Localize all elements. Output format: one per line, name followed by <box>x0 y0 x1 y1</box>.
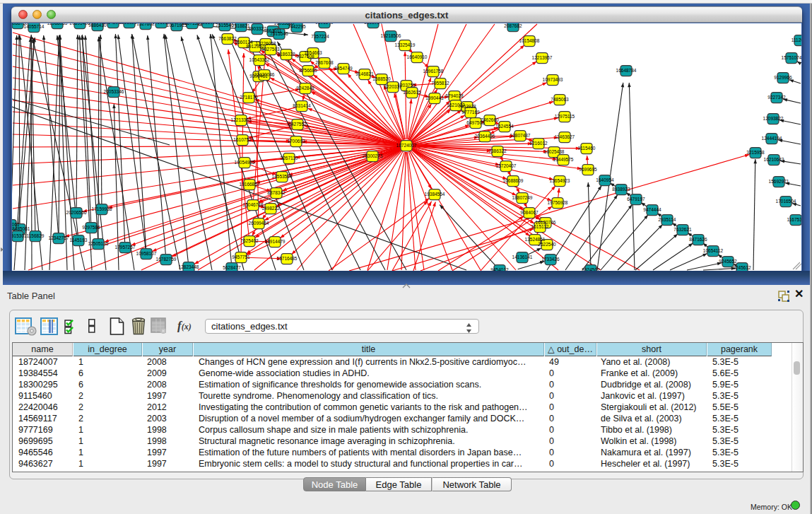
svg-text:13226058: 13226058 <box>256 41 276 46</box>
svg-text:10543362: 10543362 <box>249 57 270 62</box>
svg-text:12505135: 12505135 <box>88 241 109 246</box>
svg-text:7663822: 7663822 <box>218 36 237 41</box>
svg-text:9506549: 9506549 <box>315 23 334 25</box>
svg-text:12444194: 12444194 <box>762 136 782 141</box>
svg-text:11463627: 11463627 <box>555 134 575 139</box>
svg-text:1167534: 1167534 <box>787 217 801 222</box>
svg-text:7357224: 7357224 <box>311 34 329 39</box>
svg-text:9146821: 9146821 <box>355 71 374 76</box>
svg-text:9777169: 9777169 <box>461 110 480 115</box>
svg-text:14136141: 14136141 <box>512 255 533 259</box>
svg-text:1156829: 1156829 <box>27 233 45 238</box>
svg-text:3915301: 3915301 <box>12 233 27 238</box>
svg-text:9327503: 9327503 <box>261 47 280 52</box>
svg-text:7955812: 7955812 <box>431 81 449 86</box>
svg-text:3267110: 3267110 <box>281 156 298 160</box>
svg-text:7462660: 7462660 <box>481 117 499 122</box>
svg-text:16640910: 16640910 <box>407 54 428 59</box>
svg-text:9227342: 9227342 <box>767 95 786 100</box>
svg-text:9115460: 9115460 <box>578 146 596 151</box>
svg-text:17016504: 17016504 <box>776 199 796 204</box>
svg-text:1203755: 1203755 <box>397 83 416 88</box>
svg-text:1588520: 1588520 <box>372 76 391 81</box>
svg-text:10154808: 10154808 <box>519 38 540 43</box>
svg-text:2087682: 2087682 <box>504 23 522 28</box>
svg-text:14553594: 14553594 <box>272 174 293 179</box>
svg-text:7632621: 7632621 <box>673 227 692 232</box>
svg-text:26099484: 26099484 <box>249 221 269 226</box>
svg-text:8186328: 8186328 <box>277 52 295 57</box>
svg-text:3215958: 3215958 <box>746 150 765 155</box>
svg-text:10958107: 10958107 <box>136 251 157 256</box>
svg-text:19054985: 19054985 <box>235 160 255 165</box>
svg-text:9242848: 9242848 <box>296 86 314 90</box>
svg-text:12823448: 12823448 <box>179 264 199 269</box>
svg-text:9129966: 9129966 <box>774 75 792 80</box>
svg-text:2718170: 2718170 <box>240 95 258 100</box>
svg-text:2522540: 2522540 <box>538 242 556 247</box>
svg-text:10973493: 10973493 <box>543 77 563 82</box>
svg-text:8031414: 8031414 <box>293 103 311 108</box>
svg-text:13524851: 13524851 <box>525 237 546 242</box>
svg-text:9457751: 9457751 <box>232 255 250 259</box>
svg-text:1990443: 1990443 <box>425 95 444 100</box>
svg-text:19384554: 19384554 <box>425 192 445 197</box>
svg-text:10688609: 10688609 <box>503 178 524 183</box>
svg-text:11356022: 11356022 <box>198 23 218 25</box>
svg-text:15692971: 15692971 <box>769 179 789 184</box>
svg-text:2867608: 2867608 <box>315 60 334 65</box>
svg-text:1700693: 1700693 <box>287 139 305 144</box>
svg-text:20053346: 20053346 <box>104 89 124 94</box>
svg-text:8427552: 8427552 <box>288 122 307 127</box>
svg-text:22420046: 22420046 <box>254 72 275 77</box>
svg-text:8454749: 8454749 <box>334 66 353 71</box>
svg-text:8878342: 8878342 <box>267 190 286 195</box>
svg-text:8471626: 8471626 <box>689 237 707 242</box>
svg-text:16914479: 16914479 <box>265 239 286 244</box>
svg-text:7485063: 7485063 <box>551 97 569 102</box>
svg-text:15046748: 15046748 <box>243 202 264 207</box>
svg-text:6216012: 6216012 <box>529 141 548 146</box>
svg-text:9297586: 9297586 <box>82 225 100 230</box>
svg-text:8235061: 8235061 <box>12 222 20 227</box>
svg-text:8813054: 8813054 <box>364 23 382 25</box>
svg-text:1112045: 1112045 <box>792 37 801 42</box>
svg-text:10807487: 10807487 <box>510 133 531 138</box>
svg-text:12968035: 12968035 <box>47 23 68 25</box>
svg-text:7515546: 7515546 <box>216 23 234 28</box>
svg-text:18724007: 18724007 <box>396 143 417 148</box>
svg-text:1733426: 1733426 <box>541 257 560 262</box>
svg-text:20691406: 20691406 <box>70 23 90 25</box>
svg-text:1554663: 1554663 <box>304 50 322 55</box>
svg-text:1610752: 1610752 <box>233 137 252 142</box>
svg-text:16782759: 16782759 <box>156 257 177 262</box>
svg-text:1362615: 1362615 <box>403 90 421 95</box>
svg-text:1498222: 1498222 <box>261 206 280 211</box>
svg-text:12093822: 12093822 <box>763 116 784 121</box>
svg-text:20364436: 20364436 <box>475 134 495 139</box>
svg-text:6479197: 6479197 <box>627 197 645 201</box>
svg-text:10654112: 10654112 <box>703 248 724 253</box>
svg-text:8938923: 8938923 <box>612 187 630 192</box>
svg-text:12213957: 12213957 <box>532 55 553 60</box>
svg-text:9245612: 9245612 <box>733 265 751 270</box>
svg-text:12342757: 12342757 <box>49 235 69 240</box>
svg-text:1624554: 1624554 <box>495 124 514 129</box>
svg-text:16210643: 16210643 <box>764 157 784 162</box>
svg-text:19756928: 19756928 <box>548 200 568 205</box>
svg-text:8756685: 8756685 <box>299 68 317 73</box>
svg-text:17159938: 17159938 <box>92 206 112 211</box>
svg-text:9084067: 9084067 <box>520 210 539 215</box>
svg-text:7625402: 7625402 <box>240 238 259 243</box>
svg-text:7386322: 7386322 <box>488 148 507 153</box>
svg-text:13325419: 13325419 <box>395 42 416 47</box>
svg-text:7515546: 7515546 <box>270 31 288 36</box>
svg-text:1615112: 1615112 <box>531 224 549 229</box>
svg-text:7442295: 7442295 <box>288 24 306 29</box>
svg-text:19166857: 19166857 <box>240 182 260 187</box>
svg-text:13449575: 13449575 <box>553 157 574 162</box>
svg-text:1640954: 1640954 <box>596 177 614 182</box>
svg-text:18807249: 18807249 <box>512 195 533 200</box>
svg-text:17957257: 17957257 <box>115 245 136 250</box>
svg-text:18485061: 18485061 <box>12 226 30 231</box>
